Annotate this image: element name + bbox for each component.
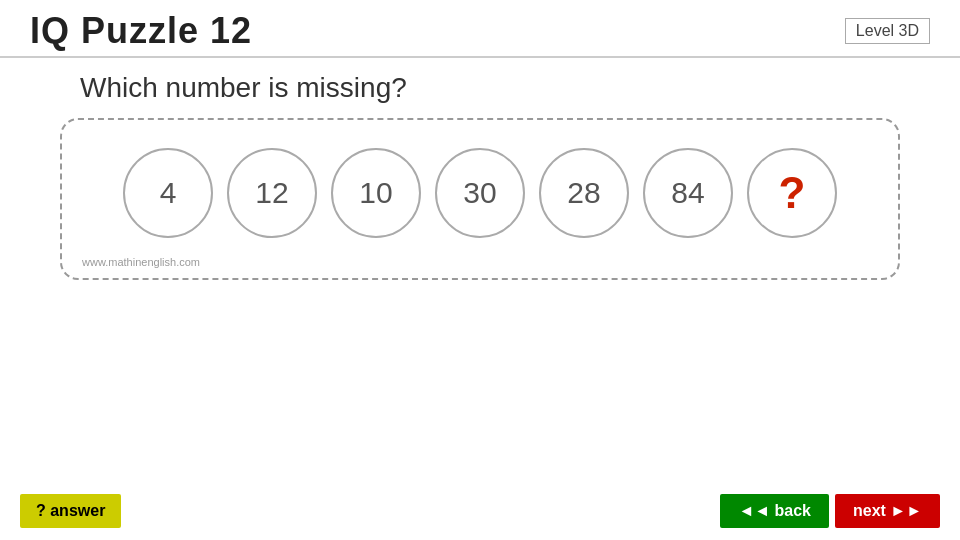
answer-button[interactable]: ? answer: [20, 494, 121, 528]
back-button[interactable]: ◄◄ back: [720, 494, 829, 528]
circle-1: 4: [123, 148, 213, 238]
circle-6: 84: [643, 148, 733, 238]
level-badge: Level 3D: [845, 18, 930, 44]
circle-5: 28: [539, 148, 629, 238]
circle-4: 30: [435, 148, 525, 238]
bottom-bar: ? answer ◄◄ back next ►►: [0, 484, 960, 540]
circle-3: 10: [331, 148, 421, 238]
circle-2: 12: [227, 148, 317, 238]
circles-row: 4 12 10 30 28 84 ?: [82, 148, 878, 238]
page-title: IQ Puzzle 12: [30, 10, 252, 52]
header: IQ Puzzle 12 Level 3D: [0, 0, 960, 58]
subtitle: Which number is missing?: [0, 58, 960, 118]
circle-question: ?: [747, 148, 837, 238]
puzzle-container: 4 12 10 30 28 84 ? www.mathinenglish.com: [60, 118, 900, 280]
right-buttons: ◄◄ back next ►►: [720, 494, 940, 528]
watermark: www.mathinenglish.com: [82, 256, 200, 268]
next-button[interactable]: next ►►: [835, 494, 940, 528]
